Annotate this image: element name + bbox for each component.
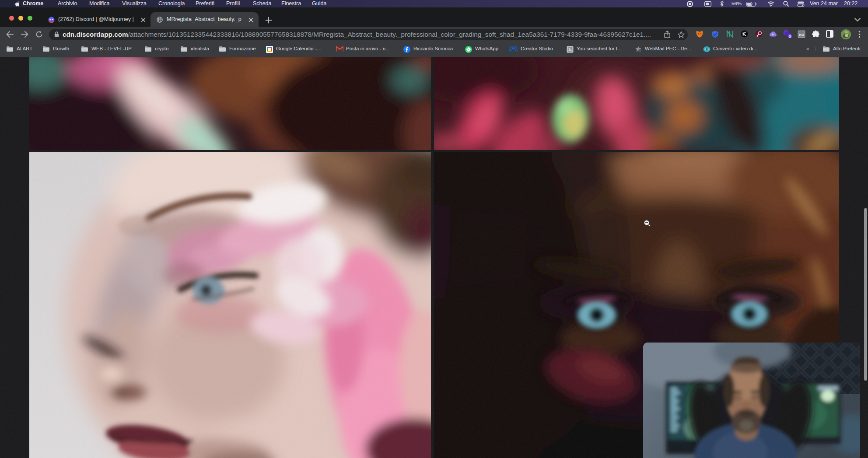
svg-text:KB: KB [799, 33, 804, 37]
svg-text:5: 5 [789, 35, 791, 38]
